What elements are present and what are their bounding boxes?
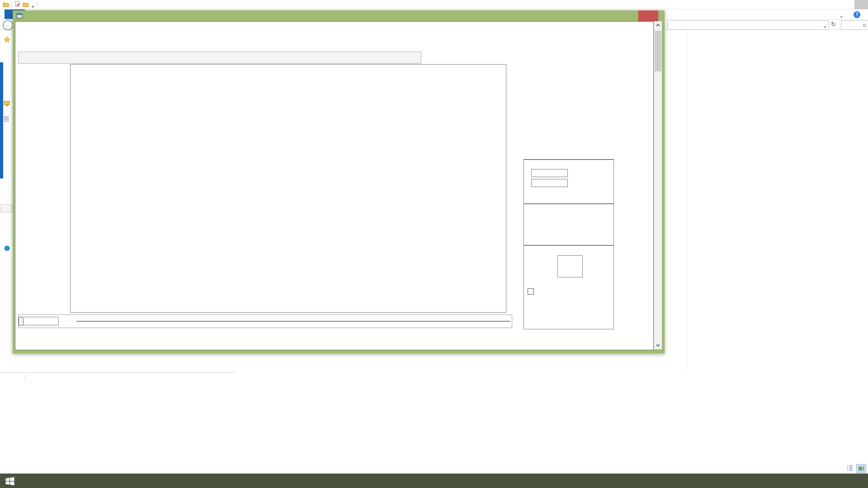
sidebar-desktop-icon[interactable]: [4, 100, 10, 107]
explorer-titlebar-divider: [0, 9, 868, 9]
minimize-button[interactable]: [609, 11, 622, 21]
thumbnail-view-toggle-icon[interactable]: [856, 464, 866, 473]
back-button[interactable]: ←: [3, 20, 13, 30]
explorer-pane-divider: [687, 30, 687, 372]
refresh-icon[interactable]: ↻: [831, 21, 838, 28]
alpha-shape-canvas[interactable]: [71, 65, 506, 312]
sidebar-input-remnant: [0, 204, 13, 212]
alpha-slider-strip: [18, 314, 512, 328]
statusbar-divider: [0, 372, 236, 373]
insert-point-section: [524, 159, 614, 204]
quick-access-folder2-icon[interactable]: [23, 1, 29, 8]
sidebar-globe-icon[interactable]: [4, 245, 10, 252]
explorer-maximize-button[interactable]: [843, 0, 854, 9]
alpha-value-input[interactable]: [20, 317, 59, 325]
explorer-search-input[interactable]: [841, 20, 868, 30]
quick-access-separator: [37, 2, 38, 7]
docked-app-edge: [0, 62, 3, 178]
insert-x-input[interactable]: [531, 169, 568, 177]
window-titlebar-icon: [16, 13, 23, 19]
taskbar: [0, 474, 868, 488]
scrollbar-thumb[interactable]: [655, 31, 661, 71]
address-bar[interactable]: [667, 20, 829, 30]
statusbar-separator: [25, 375, 26, 381]
toolbar: [18, 52, 421, 64]
set-alpha-section: [524, 203, 614, 246]
quick-access-separator: [11, 2, 12, 7]
ribbon-expand-caret-icon[interactable]: [839, 13, 844, 18]
scrollbar-up-icon[interactable]: [654, 21, 662, 29]
maximize-button[interactable]: [624, 11, 637, 21]
alpha-slider-thumb[interactable]: [19, 317, 24, 326]
details-view-toggle-icon[interactable]: [846, 464, 854, 471]
favorites-star-icon[interactable]: [4, 36, 10, 43]
explorer-help-icon[interactable]: ?: [854, 11, 860, 18]
polygons-listbox[interactable]: [557, 255, 583, 277]
desktop: ? ← ↻: [0, 0, 868, 488]
map-canvas-frame: [70, 64, 506, 313]
explorer-minimize-button[interactable]: [831, 0, 843, 9]
sidebar-document-icon[interactable]: [4, 116, 9, 122]
polygon-search-section: [524, 245, 614, 329]
start-button[interactable]: [5, 476, 15, 487]
scrollbar-down-icon[interactable]: [654, 342, 662, 349]
alpha-disk-preview: [21, 74, 58, 121]
set-alpha-title: [524, 204, 613, 204]
quick-access-folder-icon[interactable]: [3, 1, 9, 8]
polygon-search-title: [524, 245, 613, 246]
insert-point-title: [524, 160, 613, 160]
close-button[interactable]: [638, 10, 658, 21]
polygon-nav-row: [525, 302, 611, 310]
alpha-disk-circle: [28, 89, 47, 108]
explorer-close-button[interactable]: [854, 0, 868, 9]
quick-access-caret-down-icon[interactable]: [31, 3, 35, 7]
alpha-slider-track[interactable]: [76, 321, 510, 322]
insert-y-input[interactable]: [531, 179, 568, 187]
address-caret-down-icon[interactable]: [823, 23, 827, 28]
quick-access-page-check-icon[interactable]: [14, 1, 21, 7]
window-scrollbar[interactable]: [654, 21, 662, 349]
search-icon: [863, 23, 867, 27]
enclose-all-points-checkbox[interactable]: [528, 288, 534, 295]
